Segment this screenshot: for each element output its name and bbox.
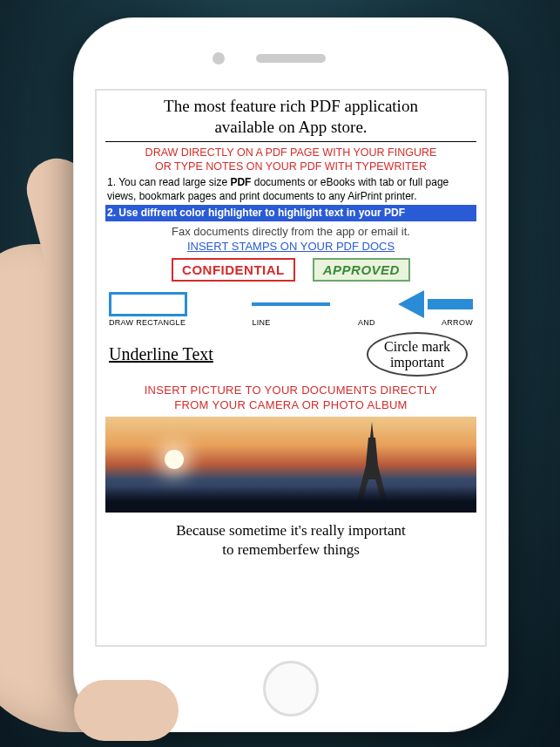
phone-frame: The most feature rich PDF application av…	[73, 17, 509, 732]
line-shape-icon	[252, 302, 330, 306]
label-rectangle: DRAW RECTANGLE	[109, 318, 186, 327]
rectangle-shape-icon	[109, 292, 187, 316]
page-title: The most feature rich PDF application av…	[105, 96, 476, 142]
draw-headline-2: OR TYPE NOTES ON YOUR PDF WITH TYPEWRITE…	[155, 160, 427, 173]
draw-headline: DRAW DIRECTLY ON A PDF PAGE WITH YOUR FI…	[105, 144, 476, 176]
draw-headline-1: DRAW DIRECTLY ON A PDF PAGE WITH YOUR FI…	[145, 146, 437, 159]
stamp-confidential: CONFIDENTIAL	[172, 258, 295, 282]
feature-item-1: 1. You can read large size PDF documents…	[105, 175, 476, 204]
arrow-head-icon	[398, 290, 424, 318]
stamps-row: CONFIDENTIAL APPROVED	[105, 258, 476, 282]
phone-speaker	[256, 54, 326, 63]
insert-picture-headline: INSERT PICTURE TO YOUR DOCUMENTS DIRECTL…	[105, 384, 476, 417]
hand-thumb	[74, 680, 179, 741]
circle-line-2: important	[390, 355, 444, 370]
circle-line-1: Circle mark	[384, 339, 450, 354]
pic-head-2: FROM YOUR CAMERA OR PHOTO ALBUM	[174, 398, 407, 411]
document-content: The most feature rich PDF application av…	[97, 91, 485, 560]
label-arrow: ARROW	[442, 318, 473, 327]
feature-item-2-highlighted: 2. Use diffrent color highlighter to hig…	[105, 205, 476, 221]
feature1-prefix: 1. You can read large size	[107, 176, 230, 188]
home-button[interactable]	[263, 661, 319, 716]
label-line: LINE	[252, 318, 270, 327]
bottom-line-1: Because sometime it's really important	[176, 522, 406, 539]
feature1-bold: PDF	[230, 176, 251, 188]
phone-camera-dot	[213, 52, 225, 65]
arrow-body-icon	[428, 299, 473, 309]
underline-text: Underline Text	[109, 344, 213, 364]
bottom-line-2: to rememberfew things	[222, 541, 360, 558]
label-and: AND	[337, 318, 375, 327]
title-line-1: The most feature rich PDF application	[164, 97, 418, 115]
circle-mark: Circle mark important	[367, 332, 468, 377]
title-line-2: available on App store.	[214, 118, 367, 136]
shape-labels-row: DRAW RECTANGLE LINE AND ARROW	[105, 318, 476, 327]
bottom-caption: Because sometime it's really important t…	[105, 513, 476, 560]
fax-text: Fax documents directly from the app or e…	[105, 225, 476, 238]
sample-photo	[105, 417, 476, 513]
pic-head-1: INSERT PICTURE TO YOUR DOCUMENTS DIRECTL…	[145, 384, 438, 397]
skyline-silhouette	[105, 486, 476, 513]
stamp-approved: APPROVED	[313, 258, 410, 282]
phone-screen: The most feature rich PDF application av…	[95, 89, 487, 647]
arrow-shape-icon	[395, 290, 473, 316]
sun-icon	[165, 450, 184, 469]
insert-stamps-link[interactable]: INSERT STAMPS ON YOUR PDF DOCS	[105, 240, 476, 253]
shapes-row	[105, 290, 476, 316]
underline-circle-row: Underline Text Circle mark important	[105, 327, 476, 384]
